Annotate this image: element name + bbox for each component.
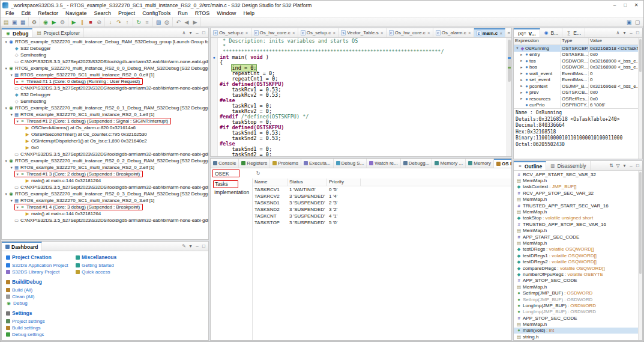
editor-tab-vector-table-s[interactable]: sVector_Table.s✕ bbox=[339, 28, 387, 37]
close-tab-icon[interactable]: ✕ bbox=[381, 31, 384, 35]
forward-icon[interactable]: ▶ bbox=[191, 18, 199, 26]
debug-tree-row[interactable]: ▭C:\NXP\S32DS.3.5_b27Sept2023\S32DS\tool… bbox=[2, 184, 208, 191]
debug-tree-row[interactable]: ▭C:\NXP\S32DS.3.5_b27Sept2023\S32DS\tool… bbox=[2, 151, 208, 157]
external-tools-icon[interactable]: ⚙ bbox=[58, 18, 67, 26]
tree-expander-icon[interactable]: ▾ bbox=[15, 172, 20, 177]
close-tab-icon[interactable]: ✕ bbox=[499, 31, 502, 35]
close-button[interactable]: ✕ bbox=[631, 1, 642, 9]
scrollbar-thumb[interactable] bbox=[508, 40, 511, 82]
os-nav-tasks[interactable]: Tasks bbox=[211, 180, 252, 188]
view-tab-disassembly[interactable]: ▥Disassembly bbox=[546, 161, 590, 170]
view-tab-watch-re[interactable]: Watch re... bbox=[367, 159, 400, 168]
view-menu-icon[interactable]: ▾ bbox=[621, 30, 628, 35]
outline-item[interactable]: #TRUSTED_APP_STOP_SEC_VAR_16 bbox=[514, 221, 642, 227]
editor-tab-os-setup-c[interactable]: cOs_setup.c✕ bbox=[211, 28, 251, 37]
tab-overflow-icon[interactable]: » bbox=[505, 30, 511, 35]
task-row[interactable]: TASKRCV11 'WAITING'0 '5' bbox=[253, 186, 511, 193]
code-line[interactable]: taskRcv2 = 0.53; bbox=[220, 93, 507, 98]
tree-expander-icon[interactable]: ▸ bbox=[519, 84, 524, 88]
editor-tab-os-alarm-c[interactable]: cOs_alarm.c✕ bbox=[433, 28, 474, 37]
tree-expander-icon[interactable]: ▸ bbox=[519, 52, 524, 57]
close-tab-icon[interactable]: ✕ bbox=[468, 31, 471, 35]
restart-icon[interactable]: ↻ bbox=[134, 18, 143, 26]
outline-item[interactable]: ◆numberOfFpuRegs : volatile OSBYTE bbox=[514, 271, 642, 277]
outline-item[interactable]: ◆testDRegs : volatile OSQWORD[] bbox=[514, 246, 642, 252]
tree-expander-icon[interactable]: ▾ bbox=[9, 165, 14, 170]
tree-expander-icon[interactable]: ▾ bbox=[4, 66, 8, 71]
task-row[interactable]: TASKCNT3 'SUSPENDED'4 '1' bbox=[253, 213, 511, 219]
tree-expander-icon[interactable]: ▾ bbox=[9, 73, 14, 78]
dashboard-link-build-settings[interactable]: Build settings bbox=[6, 325, 66, 331]
build-all-icon[interactable]: ⚙ bbox=[30, 18, 38, 26]
column-header-expression[interactable]: Expression bbox=[514, 38, 561, 44]
debug-tree-row[interactable]: ▶OSCheckAlarms() at Os_alarm.c:820 0x321… bbox=[2, 124, 208, 131]
debug-tree-row[interactable]: ▭C:\NXP\S32DS.3.5_b27Sept2023\S32DS\tool… bbox=[2, 85, 208, 91]
code-line[interactable]: taskSnd2 = 0.53; bbox=[220, 136, 507, 141]
outline-item[interactable]: #APP_STOP_SEC_CODE bbox=[514, 278, 642, 284]
terminate-icon[interactable]: ■ bbox=[86, 18, 95, 26]
new-wizard-icon[interactable]: ▤ bbox=[2, 18, 10, 26]
debug-tree-row[interactable]: ▾▦RTOS_example_S32Z270_SC1_multi_instanc… bbox=[2, 111, 208, 118]
minimize-view-icon[interactable]: – bbox=[194, 243, 200, 249]
tree-expander-icon[interactable]: ▸ bbox=[519, 71, 524, 76]
dashboard-link-clean-all[interactable]: Clean (All) bbox=[6, 293, 66, 300]
view-tab-debug-s[interactable]: Debug S... bbox=[334, 159, 367, 168]
column-header-status[interactable]: Status bbox=[287, 179, 327, 186]
task-row[interactable]: TASKRCV23 'SUSPENDED'1 '4' bbox=[253, 193, 511, 200]
variable-row[interactable]: ▸●entryOSTASKE...0x0 bbox=[514, 52, 642, 58]
filter-icon[interactable]: ▽ bbox=[615, 163, 621, 168]
menu-window[interactable]: Window bbox=[213, 10, 239, 16]
editor-scrollbar[interactable] bbox=[507, 38, 511, 156]
outline-item[interactable]: #RCV_APP_START_SEC_VAR_32 bbox=[514, 171, 642, 177]
menu-edit[interactable]: Edit bbox=[18, 10, 35, 16]
menu-configtools[interactable]: ConfigTools bbox=[139, 10, 174, 16]
debug-tree-row[interactable]: ▶main() at main.c:144 0x32181264 bbox=[2, 177, 208, 184]
c-cpp-perspective-icon[interactable]: ▢ bbox=[633, 18, 642, 26]
breakpoint-icon[interactable]: ● bbox=[212, 55, 215, 60]
maximize-view-icon[interactable]: □ bbox=[200, 243, 207, 249]
search-icon[interactable]: ◎ bbox=[163, 18, 171, 26]
resume-icon[interactable]: ▶ bbox=[70, 18, 78, 26]
tree-expander-icon[interactable]: ▸ bbox=[15, 79, 20, 84]
close-tab-icon[interactable]: ✕ bbox=[245, 31, 248, 35]
last-edit-icon[interactable]: ↶ bbox=[174, 18, 182, 26]
debug-tree-row[interactable]: ▾◉RTOS_example_S32Z270_multi_instance_RS… bbox=[2, 65, 208, 72]
debug-tree-row[interactable]: ▾◉RTOS_example_S32Z270_multi_instance_RS… bbox=[2, 157, 208, 164]
maximize-button[interactable]: □ bbox=[620, 1, 631, 9]
close-tab-icon[interactable]: ✕ bbox=[427, 31, 430, 35]
tree-expander-icon[interactable]: ▾ bbox=[9, 112, 14, 117]
dashboard-link-s32ds-library-project[interactable]: S32DS Library Project bbox=[6, 269, 66, 275]
variable-row[interactable]: ▾◆OsRunningOSTSKCBP...0x32168518 <OsTask… bbox=[514, 45, 642, 52]
debug-tree-row[interactable]: ◆S32 Debugger bbox=[2, 91, 208, 98]
maximize-view-icon[interactable]: □ bbox=[200, 30, 207, 35]
view-tab-console[interactable]: Console bbox=[211, 159, 239, 168]
debug-tree-row[interactable]: ▾≡Thread #1 4 (Core: 3 debug) (Suspended… bbox=[2, 204, 208, 210]
instruction-stepping-icon[interactable]: ≡ bbox=[143, 18, 151, 26]
outline-item[interactable]: ●SetImp(JMP_BUF) : OSDWORD bbox=[514, 296, 642, 302]
view-menu-icon[interactable]: ▾ bbox=[187, 243, 194, 249]
debug-tree-row[interactable]: ▶OSInterruptDispatcher1() at Os_isr.c:1,… bbox=[2, 138, 208, 144]
maximize-view-icon[interactable]: □ bbox=[634, 163, 641, 168]
outline-item[interactable]: ◆compareDRegs : volatile OSQWORD[] bbox=[514, 265, 642, 271]
menu-file[interactable]: File bbox=[2, 10, 18, 16]
menu-refactor[interactable]: Refactor bbox=[34, 10, 62, 16]
outline-item[interactable]: ▤MemMap.h bbox=[514, 240, 642, 246]
os-nav-implementation[interactable]: Implementation bbox=[211, 188, 252, 197]
tree-expander-icon[interactable]: ▾ bbox=[4, 106, 8, 111]
outline-item[interactable]: ▤MemMap.h bbox=[514, 228, 642, 234]
view-tab-outline[interactable]: ≡Outline bbox=[514, 161, 546, 170]
outline-item[interactable]: ▤MemMap.h bbox=[514, 321, 642, 327]
minimize-view-icon[interactable]: – bbox=[628, 30, 634, 35]
tree-expander-icon[interactable]: ▸ bbox=[519, 96, 524, 101]
dashboard-link-debug-settings[interactable]: Debug settings bbox=[6, 331, 66, 338]
outline-item[interactable]: ●LongImp(JMP_BUF) : OSDWORD bbox=[514, 309, 642, 315]
editor-tab-os-setup-c[interactable]: cOs_setup.c✕ bbox=[298, 28, 339, 37]
menu-search[interactable]: Search bbox=[91, 10, 115, 16]
debug-tree-row[interactable]: ▾▦RTOS_example_S32Z270_SC1_multi_instanc… bbox=[2, 164, 208, 171]
debug-tree-row[interactable]: ◆S32 Debugger bbox=[2, 45, 208, 52]
editor-tab-os-hw-core-c[interactable]: cOs_hw_core.c✕ bbox=[251, 28, 298, 37]
variables-scrollbar[interactable] bbox=[638, 38, 642, 159]
step-return-icon[interactable]: ↑ bbox=[123, 18, 131, 26]
variable-row[interactable]: ▸●set_eventEventMas...0 bbox=[514, 77, 642, 84]
debug-tree-row[interactable]: ◇Semihosting bbox=[2, 52, 208, 58]
